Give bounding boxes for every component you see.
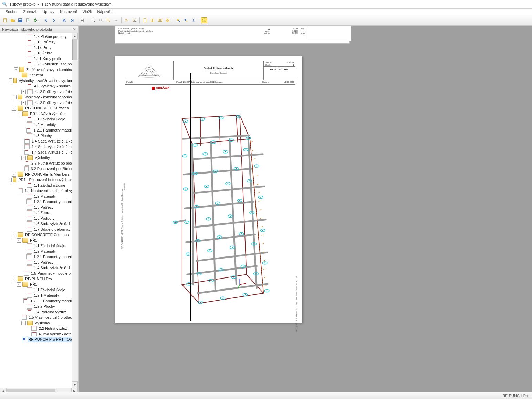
- menu-settings[interactable]: Nastavení: [57, 9, 80, 14]
- page-2-icon[interactable]: [149, 17, 156, 23]
- tree-item[interactable]: 1.6 Sada výztuže č. 1: [0, 221, 78, 227]
- tree-item[interactable]: 1.1 Nastavení - nelineární výpo: [0, 188, 78, 193]
- print-icon[interactable]: [80, 17, 86, 23]
- tree-item[interactable]: 1.2.1 Parametry materiálu: [0, 127, 78, 133]
- page-1-icon[interactable]: [142, 17, 148, 23]
- tree-item[interactable]: 1.2 Materiály: [0, 122, 78, 127]
- tree-item[interactable]: 1.2.1 Materiály: [0, 293, 78, 298]
- tool-a-icon[interactable]: [175, 17, 181, 23]
- zoom-dropdown-icon[interactable]: [113, 17, 119, 23]
- tree-item[interactable]: RF-PUNCH Pro PŘ1 - Obráz: [0, 337, 78, 342]
- tree-toggle-icon[interactable]: +: [14, 67, 18, 72]
- tree-item[interactable]: 1.2.1 Parametry materiálu: [0, 254, 78, 260]
- tree-toggle-icon[interactable]: -: [12, 277, 16, 281]
- tree-toggle-icon[interactable]: -: [12, 233, 16, 237]
- tree-toggle-icon[interactable]: -: [13, 95, 17, 99]
- tree-toggle-icon[interactable]: -: [17, 238, 21, 243]
- tree-item[interactable]: 1.23 Zahuštění sítě prvků: [0, 61, 78, 67]
- tree-item[interactable]: -Výsledky: [0, 320, 78, 326]
- tree-item[interactable]: 1.2.1.1 Parametry materiálu: [0, 298, 78, 304]
- tree-item[interactable]: -RF-PUNCH Pro: [0, 276, 78, 282]
- select-icon[interactable]: [124, 17, 130, 23]
- menu-edit[interactable]: Úpravy: [40, 9, 57, 14]
- tree-item[interactable]: 1.7 Údaje o deformaci: [0, 227, 78, 232]
- tree-item[interactable]: +4.12 Průřezy - vnitřní síly: [0, 89, 78, 94]
- tree-toggle-icon[interactable]: -: [9, 178, 12, 182]
- tree-item[interactable]: 1.5 Vlastnosti uzlů protlačení: [0, 315, 78, 320]
- tree-item[interactable]: -RF-CONCRETE Columns: [0, 232, 78, 238]
- new-doc-icon[interactable]: [2, 17, 8, 23]
- tree-item[interactable]: 1.1 Základní údaje: [0, 287, 78, 293]
- select-area-icon[interactable]: [131, 17, 137, 23]
- tool-c-icon[interactable]: [190, 17, 197, 23]
- tree-toggle-icon[interactable]: -: [17, 282, 21, 287]
- save-icon[interactable]: [17, 17, 23, 23]
- tree-toggle-icon[interactable]: +: [21, 90, 26, 94]
- tree-toggle-icon[interactable]: +: [21, 101, 26, 105]
- tree-toggle-icon[interactable]: -: [12, 172, 16, 177]
- prev-icon[interactable]: [43, 17, 49, 23]
- tree-toggle-icon[interactable]: -: [21, 156, 26, 160]
- help-icon[interactable]: ?: [201, 17, 207, 23]
- tree-item[interactable]: 1.18 Žebra: [0, 50, 78, 56]
- tree-item[interactable]: -Výsledky - kombinace výsledků: [0, 94, 78, 100]
- tree-item[interactable]: 1.9 Plošné podpory: [0, 34, 78, 39]
- tree-item[interactable]: -PŘ1: [0, 238, 78, 243]
- first-icon[interactable]: [61, 17, 67, 23]
- tree-item[interactable]: Zatížení: [0, 72, 78, 78]
- tree-toggle-icon[interactable]: -: [9, 78, 12, 83]
- tree-item[interactable]: 2.2 Nutná výztuž: [0, 326, 78, 331]
- tree-item[interactable]: 1.13 Průřezy: [0, 39, 78, 45]
- tree-item[interactable]: 1.1 Základní údaje: [0, 243, 78, 249]
- tree-item[interactable]: 1.1 Základní údaje: [0, 116, 78, 122]
- scroll-thumb[interactable]: [72, 39, 77, 60]
- tree-item[interactable]: 1.4 Sada výztuže č. 1: [0, 265, 78, 271]
- tree-item[interactable]: 4.0 Výsledky - souhrn: [0, 83, 78, 89]
- tree-item[interactable]: 1.4 Žebra: [0, 210, 78, 216]
- tree-item[interactable]: 1.3 Plochy: [0, 133, 78, 138]
- tree-item[interactable]: 1.2 Materiály: [0, 193, 78, 199]
- tree-item[interactable]: -Výsledky: [0, 155, 78, 160]
- tree-item[interactable]: -PŘ1 - Posouzení betonových prutů: [0, 177, 78, 182]
- tree-item[interactable]: 1.4 Sada výztuže č. 2 - xc1: [0, 144, 78, 149]
- refresh-icon[interactable]: [32, 17, 39, 23]
- tree-toggle-icon[interactable]: -: [17, 112, 21, 116]
- tree-item[interactable]: 2.2 Nutná výztuž po plochá: [0, 160, 78, 166]
- tree-item[interactable]: +4.12 Průřezy - vnitřní síly: [0, 100, 78, 105]
- tree-toggle-icon[interactable]: -: [12, 106, 16, 111]
- scroll-down-icon[interactable]: ▼: [72, 381, 78, 388]
- tree-item[interactable]: Nutná výztuž - detaily: [0, 331, 78, 337]
- tree-item[interactable]: 1.21 Sady prutů: [0, 56, 78, 61]
- tree-item[interactable]: 1.1 Základní údaje: [0, 182, 78, 188]
- tree-item[interactable]: -PŘ1 - Návrh výztuže: [0, 111, 78, 116]
- last-icon[interactable]: [69, 17, 75, 23]
- scroll-up-icon[interactable]: ▲: [72, 33, 78, 39]
- tree-item[interactable]: -RF-CONCRETE Members: [0, 171, 78, 177]
- tree-item[interactable]: -Výsledky - zatěžovací stavy, kombi: [0, 78, 78, 83]
- menu-file[interactable]: Soubor: [3, 9, 20, 14]
- tree-item[interactable]: 1.2 Materiály: [0, 249, 78, 254]
- navigator-vscroll[interactable]: ▲ ▼: [72, 33, 78, 388]
- menu-help[interactable]: Nápověda: [95, 9, 117, 14]
- zoom-in-icon[interactable]: [90, 17, 96, 23]
- tree-item[interactable]: 3.2 Posouzení použitelnosti: [0, 166, 78, 171]
- navigator-tree[interactable]: 1.9 Plošné podpory1.13 Průřezy1.17 Pruty…: [0, 33, 78, 394]
- menu-view[interactable]: Zobrazit: [20, 9, 40, 14]
- tree-item[interactable]: 1.4 Sada výztuže č. 3 - xd3: [0, 149, 78, 155]
- tool-b-icon[interactable]: [183, 17, 189, 23]
- tree-item[interactable]: 1.5 Podpory: [0, 216, 78, 221]
- tree-item[interactable]: +Zatěžovací stavy a kombinace: [0, 67, 78, 72]
- preview-area[interactable]: Stat. účinná výška 2. vrstvad₂26,00cm Ma…: [79, 26, 532, 394]
- tree-item[interactable]: 1.17 Pruty: [0, 45, 78, 50]
- next-icon[interactable]: [51, 17, 57, 23]
- tree-item[interactable]: 1.3 Průřezy: [0, 204, 78, 210]
- tree-item[interactable]: 1.4 Sada výztuže č. 1 - xc3: [0, 138, 78, 144]
- navigator-close-icon[interactable]: ✕: [73, 27, 76, 32]
- tree-item[interactable]: 1.4 Podélná výztuž: [0, 309, 78, 315]
- tree-item[interactable]: -RF-CONCRETE Surfaces: [0, 105, 78, 111]
- export-icon[interactable]: [25, 17, 31, 23]
- tree-item[interactable]: 1.2.2 Plochy: [0, 304, 78, 309]
- page-4-icon[interactable]: [165, 17, 171, 23]
- tree-item[interactable]: 1.3 Průřezy: [0, 260, 78, 265]
- zoom-fit-icon[interactable]: [105, 17, 112, 23]
